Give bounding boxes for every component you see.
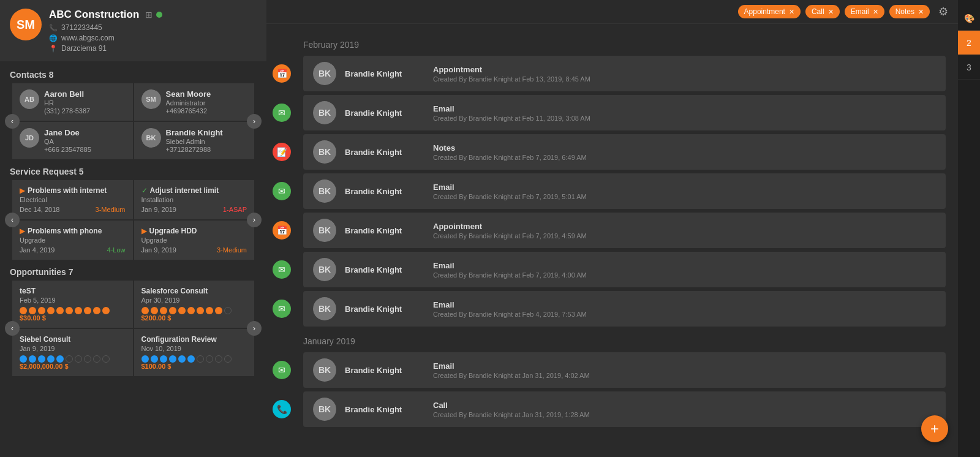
dot xyxy=(66,355,73,363)
timeline-card[interactable]: BK Brandie Knight Email Created By Brand… xyxy=(303,173,946,209)
filter-tag-notes[interactable]: Notes ✕ xyxy=(889,5,930,18)
filter-tag-email[interactable]: Email ✕ xyxy=(845,5,884,18)
opportunity-dots xyxy=(20,355,126,363)
filter-icon[interactable]: ⚙ xyxy=(938,5,948,18)
dot xyxy=(160,355,167,363)
contact-card[interactable]: SM Sean Moore Administrator +4698765432 xyxy=(134,83,255,121)
dot xyxy=(169,307,176,314)
play-icon: ▶ xyxy=(20,227,25,235)
company-header: SM ABC Construction ⊞ 📞 3712233445 🌐 www… xyxy=(0,0,266,61)
timeline-person: Brandie Knight xyxy=(345,366,424,375)
opportunity-card[interactable]: teST Feb 5, 2019 $30.00 $ xyxy=(12,281,133,328)
service-title: Problems with phone xyxy=(28,227,102,235)
timeline-event-type: Email xyxy=(433,183,587,192)
right-panel-item-3[interactable]: 3 xyxy=(958,55,980,80)
timeline-card[interactable]: BK Brandie Knight Appointment Created By… xyxy=(303,213,946,248)
service-date: Dec 14, 2018 xyxy=(20,206,59,213)
timeline-dot-email: ✉ xyxy=(273,104,291,122)
timeline-event-info: Email Created By Brandie Knight at Feb 1… xyxy=(433,104,590,122)
timeline-dot-email: ✉ xyxy=(273,260,291,279)
timeline-card[interactable]: BK Brandie Knight Email Created By Brand… xyxy=(303,291,946,327)
opportunities-header: Opportunities 7 xyxy=(0,260,266,281)
company-website: www.abgsc.com xyxy=(61,34,115,42)
contact-card[interactable]: AB Aaron Bell HR (331) 278-5387 xyxy=(12,83,133,121)
right-panel-item-2[interactable]: 2 xyxy=(958,31,980,55)
contacts-next-button[interactable]: › xyxy=(247,114,262,129)
opportunity-date: Jan 9, 2019 xyxy=(20,345,126,352)
avatar: BK xyxy=(313,398,336,421)
dot xyxy=(102,355,110,363)
dot xyxy=(20,355,27,363)
dot xyxy=(29,355,36,363)
dot xyxy=(75,307,82,314)
opportunity-card[interactable]: Salesforce Consult Apr 30, 2019 $200.00 … xyxy=(134,281,255,328)
timeline-person: Brandie Knight xyxy=(345,108,424,118)
service-prev-button[interactable]: ‹ xyxy=(5,213,20,227)
filter-tag-appointment[interactable]: Appointment ✕ xyxy=(738,5,801,18)
play-icon: ▶ xyxy=(20,186,25,195)
timeline-event-detail: Created By Brandie Knight at Feb 7, 2019… xyxy=(433,232,587,240)
timeline-card[interactable]: BK Brandie Knight Email Created By Brand… xyxy=(303,95,946,130)
opportunity-card[interactable]: Siebel Consult Jan 9, 2019 $2,000,000.00… xyxy=(12,329,133,376)
opp-next-button[interactable]: › xyxy=(247,321,262,336)
contact-name: Brandie Knight xyxy=(166,128,247,137)
timeline-card[interactable]: BK Brandie Knight Email Created By Brand… xyxy=(303,352,946,388)
service-sub: Upgrade xyxy=(20,236,126,244)
contact-card[interactable]: JD Jane Doe QA +666 23547885 xyxy=(12,122,133,159)
dot xyxy=(47,307,55,314)
contacts-grid: ‹ AB Aaron Bell HR (331) 278-5387 SM Sea… xyxy=(10,83,257,159)
fab-add-button[interactable]: + xyxy=(921,415,948,442)
service-card[interactable]: ▶ Problems with internet Electrical Dec … xyxy=(12,180,133,219)
contact-card[interactable]: BK Brandie Knight Siebel Admin +37128272… xyxy=(134,122,255,159)
timeline-item: ✉ BK Brandie Knight Email Created By Bra… xyxy=(303,252,946,287)
dot xyxy=(151,355,158,363)
service-next-button[interactable]: › xyxy=(247,213,262,227)
company-phone-row: 📞 3712233445 xyxy=(49,23,257,32)
right-panel-paint[interactable]: 🎨 xyxy=(958,6,980,31)
filter-tag-call[interactable]: Call ✕ xyxy=(805,5,840,18)
dot xyxy=(141,355,149,363)
service-card[interactable]: ▶ Upgrade HDD Upgrade Jan 9, 2019 3-Medi… xyxy=(134,221,255,260)
service-card[interactable]: ✓ Adjust internet limit Installation Jan… xyxy=(134,180,255,219)
contact-phone: +4698765432 xyxy=(166,107,247,115)
timeline-event-detail: Created By Brandie Knight at Feb 7, 2019… xyxy=(433,154,587,161)
service-badge: 3-Medium xyxy=(217,246,247,254)
avatar: BK xyxy=(313,219,336,242)
timeline-person: Brandie Knight xyxy=(345,69,424,78)
service-request-header: Service Request 5 xyxy=(0,159,266,180)
timeline-event-info: Email Created By Brandie Knight at Feb 7… xyxy=(433,183,587,200)
contact-role: Administrator xyxy=(166,99,247,107)
opportunity-card[interactable]: Configuration Review Nov 10, 2019 $100.0… xyxy=(134,329,255,376)
contact-name: Aaron Bell xyxy=(44,89,126,99)
check-icon: ✓ xyxy=(141,186,148,195)
contact-info: Sean Moore Administrator +4698765432 xyxy=(166,89,247,115)
left-panel: SM ABC Construction ⊞ 📞 3712233445 🌐 www… xyxy=(0,0,266,457)
timeline-event-info: Email Created By Brandie Knight at Feb 7… xyxy=(433,261,587,279)
contacts-header: Contacts 8 xyxy=(0,62,266,83)
company-address-row: 📍 Darzciema 91 xyxy=(49,44,257,53)
service-card[interactable]: ▶ Problems with phone Upgrade Jan 4, 201… xyxy=(12,221,133,260)
dot xyxy=(38,307,45,314)
dot xyxy=(38,355,45,363)
filter-remove-notes[interactable]: ✕ xyxy=(918,8,924,16)
contacts-prev-button[interactable]: ‹ xyxy=(5,114,20,129)
contact-role: HR xyxy=(44,99,126,107)
filter-remove-appointment[interactable]: ✕ xyxy=(789,8,794,16)
dot xyxy=(224,307,232,314)
dot xyxy=(187,307,195,314)
filter-bar: Appointment ✕ Call ✕ Email ✕ Notes ✕ ⚙ xyxy=(266,0,958,24)
dot xyxy=(93,355,100,363)
company-name: ABC Construction xyxy=(49,9,139,21)
timeline-card[interactable]: BK Brandie Knight Email Created By Brand… xyxy=(303,252,946,287)
opp-prev-button[interactable]: ‹ xyxy=(5,321,20,336)
filter-remove-call[interactable]: ✕ xyxy=(828,8,834,16)
timeline-card[interactable]: BK Brandie Knight Notes Created By Brand… xyxy=(303,134,946,170)
grid-icon[interactable]: ⊞ xyxy=(145,10,153,20)
timeline-event-detail: Created By Brandie Knight at Jan 31, 201… xyxy=(433,372,590,379)
timeline-card[interactable]: BK Brandie Knight Call Created By Brandi… xyxy=(303,391,946,427)
timeline-dot-email: ✉ xyxy=(273,182,291,200)
dot xyxy=(197,307,204,314)
filter-remove-email[interactable]: ✕ xyxy=(873,8,878,16)
timeline-event-info: Email Created By Brandie Knight at Jan 3… xyxy=(433,361,590,379)
timeline-card[interactable]: BK Brandie Knight Appointment Created By… xyxy=(303,56,946,91)
